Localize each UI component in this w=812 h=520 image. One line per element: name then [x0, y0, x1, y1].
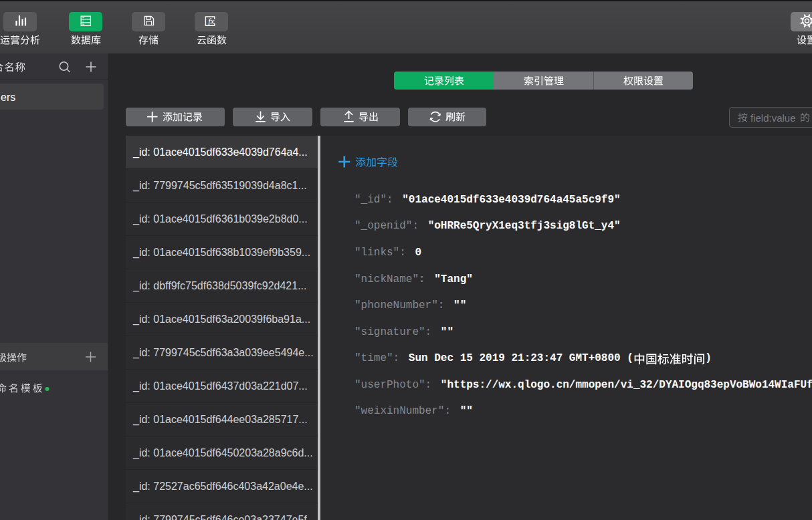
svg-text:fx: fx	[208, 17, 214, 26]
